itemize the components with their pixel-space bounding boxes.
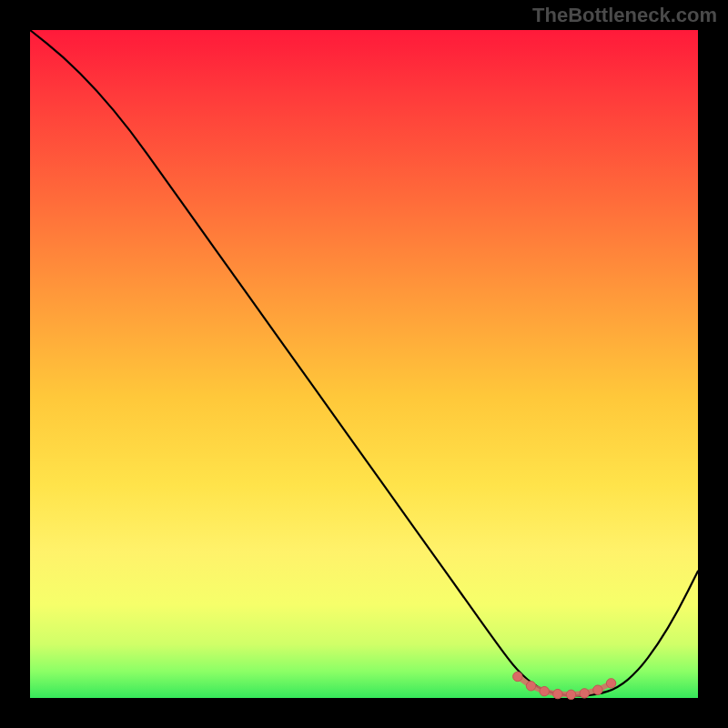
optimal-markers <box>513 672 616 699</box>
chart-container: TheBottleneck.com <box>0 0 728 728</box>
marker-dot <box>540 686 549 695</box>
watermark-text: TheBottleneck.com <box>532 4 717 27</box>
plot-area <box>30 30 698 698</box>
marker-dot <box>593 685 602 694</box>
marker-dot <box>526 682 535 691</box>
marker-dot <box>553 689 562 698</box>
curve-svg <box>30 30 698 698</box>
marker-dot <box>513 672 522 681</box>
marker-dot <box>566 690 575 699</box>
bottleneck-curve <box>30 30 698 695</box>
marker-dot <box>580 689 589 698</box>
marker-dot <box>606 679 615 688</box>
